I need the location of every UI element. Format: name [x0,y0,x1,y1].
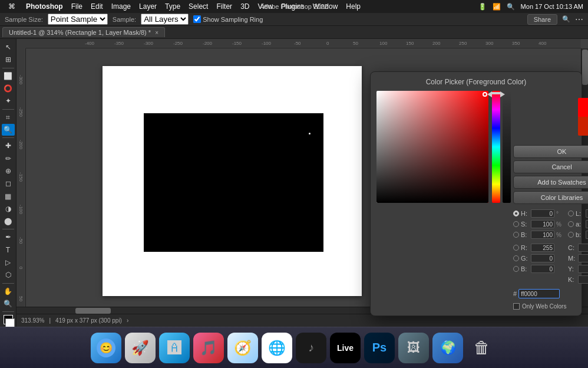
tool-path[interactable]: ▷ [2,257,15,268]
ps-toolbar: Sample Size: Point Sample Sample: All La… [0,13,588,26]
preview-new-color[interactable] [578,98,588,117]
add-to-swatches-button[interactable]: Add to Swatches [513,176,588,189]
tool-gradient[interactable]: ▦ [2,190,15,202]
share-button[interactable]: Share [527,14,557,25]
M-field[interactable] [578,254,588,262]
tool-artboard[interactable]: ⊞ [2,54,15,65]
svg-text:-200: -200 [203,41,213,46]
tool-text[interactable]: T [2,244,15,256]
sat-field[interactable] [531,220,554,228]
C-field[interactable] [578,244,588,252]
green-radio[interactable] [513,255,519,261]
preview-current-color[interactable] [578,117,588,136]
dock-item-trash[interactable]: 🗑 [467,333,497,363]
menu-help[interactable]: Help [342,1,364,12]
a-radio[interactable] [568,221,574,227]
dock-item-appstore[interactable]: 🅰 [159,333,190,363]
tool-heal[interactable]: ✚ [2,140,15,152]
sample-size-select[interactable]: Point Sample [48,14,108,25]
apple-menu[interactable]: ⌘ [5,1,19,12]
dock-item-music[interactable]: 🎵 [193,333,224,363]
menu-3d[interactable]: 3D [237,1,253,12]
tool-brush[interactable]: ✏ [2,152,15,164]
tool-zoom[interactable]: 🔍 [2,298,15,310]
tool-blur[interactable]: ◑ [2,203,15,215]
hex-input[interactable] [518,289,560,298]
tool-eyedropper[interactable]: 🔍 [2,124,15,136]
tool-eraser[interactable]: ◻ [2,178,15,189]
tool-magic-wand[interactable]: ✦ [2,95,15,107]
menu-image[interactable]: Image [108,1,134,12]
wifi-icon: 📶 [493,3,501,11]
show-sampling-ring-label[interactable]: Show Sampling Ring [193,15,263,23]
menu-file[interactable]: File [68,1,86,12]
ok-button[interactable]: OK [513,145,588,158]
b-radio[interactable] [568,232,574,238]
L-radio[interactable] [568,211,574,216]
blue-field[interactable] [531,265,554,273]
document-tab[interactable]: Untitled-1 @ 314% (Rectangle 1, Layer Ma… [2,27,165,37]
svg-text:-400: -400 [85,41,95,46]
sat-radio[interactable] [513,221,519,227]
bright-field[interactable] [531,231,554,239]
sample-select[interactable]: All Layers [141,14,189,25]
dock-item-finder[interactable]: 😊 [91,333,121,363]
tool-clone[interactable]: ⊕ [2,165,15,177]
red-radio[interactable] [513,245,519,251]
status-arrow-icon[interactable]: › [127,317,128,324]
dock-item-preview[interactable]: 🖼 [398,333,429,363]
dock-item-safari[interactable]: 🧭 [227,333,258,363]
menu-filter[interactable]: Filter [213,1,236,12]
vscroll-thumb[interactable] [582,50,588,85]
hue-strip[interactable] [492,91,500,203]
svg-text:0: 0 [326,41,329,46]
menu-edit[interactable]: Edit [87,1,107,12]
cancel-button[interactable]: Cancel [513,160,588,173]
hue-field[interactable] [531,209,554,218]
hex-hash: # [513,290,517,297]
red-field[interactable] [531,244,554,252]
tab-close-icon[interactable]: × [155,29,158,36]
tool-marquee[interactable]: ⬜ [2,70,15,82]
tool-move[interactable]: ↖ [2,41,15,53]
L-field[interactable] [586,209,588,218]
only-web-label: Only Web Colors [522,303,566,310]
background-color-swatch[interactable] [5,318,15,327]
dock-item-logic[interactable]: ♪ [296,333,326,363]
hscroll-thumb[interactable] [75,308,111,314]
color-libraries-button[interactable]: Color Libraries [513,191,588,204]
tool-pen[interactable]: ✒ [2,231,15,243]
tool-hand[interactable]: ✋ [2,285,15,297]
Y-field[interactable] [578,265,588,273]
dock-item-browser2[interactable]: 🌍 [432,333,463,363]
K-field[interactable] [578,275,588,284]
search-toolbar-icon[interactable]: 🔍 [562,15,570,23]
tool-dodge[interactable]: ⬤ [2,215,15,227]
only-web-checkbox[interactable] [513,303,520,310]
dock-item-chrome[interactable]: 🌐 [262,333,292,363]
color-gradient-picker[interactable] [376,91,488,203]
menu-select[interactable]: Select [185,1,212,12]
menu-photoshop[interactable]: Photoshop [22,1,67,12]
show-sampling-ring-checkbox[interactable] [193,15,201,23]
search-icon[interactable]: 🔍 [507,3,515,11]
hue-radio[interactable] [513,211,519,216]
preview-icon: 🖼 [407,340,420,356]
menu-type[interactable]: Type [161,1,184,12]
tool-crop[interactable]: ⌗ [2,111,15,123]
green-field[interactable] [531,254,554,262]
a-field[interactable] [586,220,588,228]
blue-radio[interactable] [513,266,519,272]
tool-lasso[interactable]: ⭕ [2,83,15,94]
alpha-strip[interactable] [503,91,511,203]
dock-item-ableton[interactable]: Live [330,333,361,363]
three-dots-icon[interactable]: ⋯ [575,15,583,24]
tool-shape[interactable]: ⬡ [2,269,15,281]
menu-layer[interactable]: Layer [136,1,160,12]
dock-item-launchpad[interactable]: 🚀 [125,333,156,363]
b-field[interactable] [586,231,588,239]
bright-radio[interactable] [513,232,519,238]
main-content-area: ↖ ⊞ ⬜ ⭕ ✦ ⌗ 🔍 ✚ ✏ ⊕ ◻ ▦ ◑ ⬤ ✒ T ▷ ⬡ ✋ 🔍 [0,39,588,327]
dock-item-photoshop[interactable]: Ps [364,333,395,363]
blue-input-row: B: [513,264,563,274]
